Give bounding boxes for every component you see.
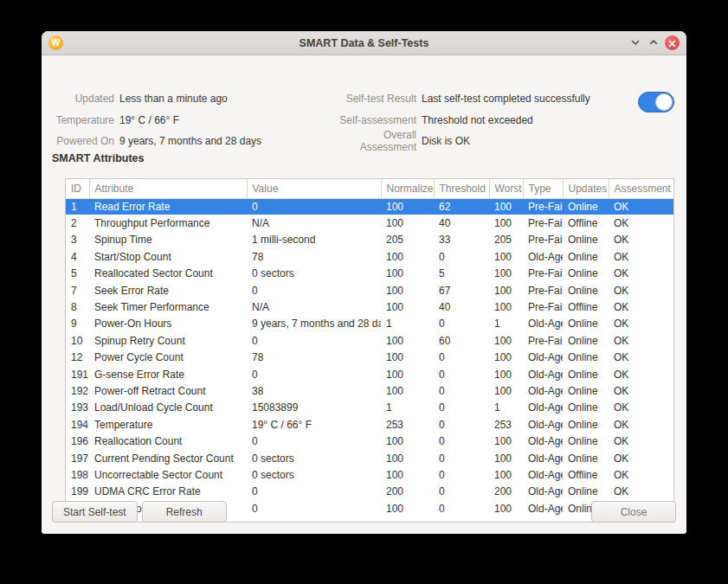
table-cell: OK xyxy=(609,232,673,248)
table-row[interactable]: 9Power-On Hours9 years, 7 months and 28 … xyxy=(66,316,673,332)
table-cell: Online xyxy=(563,316,609,332)
table-cell: Online xyxy=(563,282,609,298)
table-cell: 0 xyxy=(434,466,489,483)
table-row[interactable]: 1Read Error Rate010062100Pre-FailOnlineO… xyxy=(66,198,673,215)
close-button[interactable]: Close xyxy=(591,501,676,523)
table-cell: Old-Age xyxy=(523,450,563,466)
column-header-normalized[interactable]: Normalized xyxy=(381,179,434,198)
smart-attributes-table-frame: IDAttributeValueNormalizedThresholdWorst… xyxy=(65,178,674,523)
table-row[interactable]: 2Throughput PerformanceN/A10040100Pre-Fa… xyxy=(66,215,673,231)
screen-background: W SMART Data & Self-Tests xyxy=(0,0,728,584)
temperature-label: Temperature xyxy=(52,114,114,126)
table-cell: 194 xyxy=(66,416,89,433)
table-cell: Online xyxy=(563,450,609,466)
drive-status-section: Updated Less than a minute ago Temperatu… xyxy=(52,88,676,149)
table-cell: OK xyxy=(609,416,673,433)
table-cell: 0 xyxy=(434,316,489,332)
table-cell: 100 xyxy=(381,450,434,466)
table-cell: 100 xyxy=(489,282,523,298)
maximize-button[interactable] xyxy=(647,36,660,50)
table-cell: 0 xyxy=(434,484,489,500)
table-cell: Pre-Fail xyxy=(523,298,563,315)
dialog-footer: Start Self-test Refresh Close xyxy=(52,501,676,523)
table-row[interactable]: 199UDMA CRC Error Rate02000200Old-AgeOnl… xyxy=(66,484,673,500)
table-row[interactable]: 198Uncorrectable Sector Count0 sectors10… xyxy=(66,466,673,483)
titlebar[interactable]: W SMART Data & Self-Tests xyxy=(42,31,686,55)
table-cell: Pre-Fail xyxy=(523,198,563,215)
table-cell: Old-Age xyxy=(523,382,563,399)
self-assessment-value: Threshold not exceeded xyxy=(422,114,533,126)
table-row[interactable]: 7Seek Error Rate010067100Pre-FailOnlineO… xyxy=(66,282,673,298)
column-header-updates[interactable]: Updates xyxy=(563,179,609,198)
table-cell: OK xyxy=(609,266,673,282)
table-cell: 100 xyxy=(381,382,434,399)
table-cell: 100 xyxy=(381,266,434,282)
table-cell: Old-Age xyxy=(523,416,563,433)
table-cell: OK xyxy=(609,215,673,231)
overall-assessment-label: Overall Assessment xyxy=(330,129,416,153)
table-cell: 0 xyxy=(434,416,489,433)
table-cell: OK xyxy=(609,298,673,315)
table-cell: N/A xyxy=(247,215,381,231)
smart-attributes-heading: SMART Attributes xyxy=(52,152,144,164)
table-cell: 2 xyxy=(66,215,89,231)
table-cell: 205 xyxy=(489,232,523,248)
refresh-button[interactable]: Refresh xyxy=(142,501,227,523)
table-cell: 193 xyxy=(66,400,89,416)
self-assessment-label: Self-assessment xyxy=(330,114,416,126)
table-cell: Pre-Fail xyxy=(523,215,563,231)
column-header-attribute[interactable]: Attribute xyxy=(89,179,247,198)
powered-on-value: 9 years, 7 months and 28 days xyxy=(119,135,261,147)
table-cell: Start/Stop Count xyxy=(89,248,247,265)
table-cell: 60 xyxy=(434,332,489,349)
table-cell: 1 milli-second xyxy=(247,232,381,248)
updated-label: Updated xyxy=(52,93,114,105)
table-cell: 0 xyxy=(247,282,381,298)
column-header-value[interactable]: Value xyxy=(247,179,381,198)
table-cell: Read Error Rate xyxy=(89,198,247,215)
table-row[interactable]: 12Power Cycle Count781000100Old-AgeOnlin… xyxy=(66,350,673,366)
table-row[interactable]: 191G-sense Error Rate01000100Old-AgeOnli… xyxy=(66,366,673,382)
table-cell: Load/Unload Cycle Count xyxy=(89,400,247,416)
window-title: SMART Data & Self-Tests xyxy=(42,37,686,49)
table-cell: 9 years, 7 months and 28 days xyxy=(247,316,381,332)
table-row[interactable]: 10Spinup Retry Count010060100Pre-FailOnl… xyxy=(66,332,673,349)
table-row[interactable]: 3Spinup Time1 milli-second20533205Pre-Fa… xyxy=(66,232,673,248)
start-self-test-button[interactable]: Start Self-test xyxy=(52,501,138,523)
table-cell: Online xyxy=(563,198,609,215)
column-header-worst[interactable]: Worst xyxy=(489,179,523,198)
column-header-type[interactable]: Type xyxy=(523,179,563,198)
self-test-result-label: Self-test Result xyxy=(330,93,416,105)
table-cell: 1 xyxy=(489,316,523,332)
table-row[interactable]: 4Start/Stop Count781000100Old-AgeOnlineO… xyxy=(66,248,673,265)
column-header-threshold[interactable]: Threshold xyxy=(434,179,489,198)
column-header-id[interactable]: ID xyxy=(66,179,89,198)
smart-enabled-toggle[interactable] xyxy=(638,92,674,112)
table-cell: 5 xyxy=(66,266,89,282)
table-cell: OK xyxy=(609,400,673,416)
disks-app-icon: W xyxy=(48,35,63,50)
table-cell: 253 xyxy=(489,416,523,433)
table-cell: 7 xyxy=(66,282,89,298)
close-icon xyxy=(668,35,676,51)
table-row[interactable]: 196Reallocation Count01000100Old-AgeOnli… xyxy=(66,433,673,449)
table-row[interactable]: 194Temperature19° C / 66° F2530253Old-Ag… xyxy=(66,416,673,433)
close-window-button[interactable] xyxy=(665,35,680,50)
table-row[interactable]: 197Current Pending Sector Count0 sectors… xyxy=(66,450,673,466)
table-cell: 0 xyxy=(434,400,489,416)
minimize-button[interactable] xyxy=(628,36,642,50)
table-cell: 78 xyxy=(247,350,381,366)
table-cell: 100 xyxy=(381,215,434,231)
table-row[interactable]: 192Power-off Retract Count381000100Old-A… xyxy=(66,382,673,399)
table-row[interactable]: 8Seek Timer PerformanceN/A10040100Pre-Fa… xyxy=(66,298,673,315)
table-header-row: IDAttributeValueNormalizedThresholdWorst… xyxy=(66,179,673,198)
table-cell: 62 xyxy=(434,198,489,215)
table-row[interactable]: 5Reallocated Sector Count0 sectors100510… xyxy=(66,266,673,282)
table-cell: 3 xyxy=(66,232,89,248)
table-row[interactable]: 193Load/Unload Cycle Count15083899101Old… xyxy=(66,400,673,416)
self-test-result-value: Last self-test completed successfully xyxy=(422,93,590,105)
table-cell: 100 xyxy=(489,466,523,483)
table-cell: 0 xyxy=(247,332,381,349)
column-header-assessment[interactable]: Assessment xyxy=(609,179,673,198)
table-cell: Seek Error Rate xyxy=(89,282,247,298)
